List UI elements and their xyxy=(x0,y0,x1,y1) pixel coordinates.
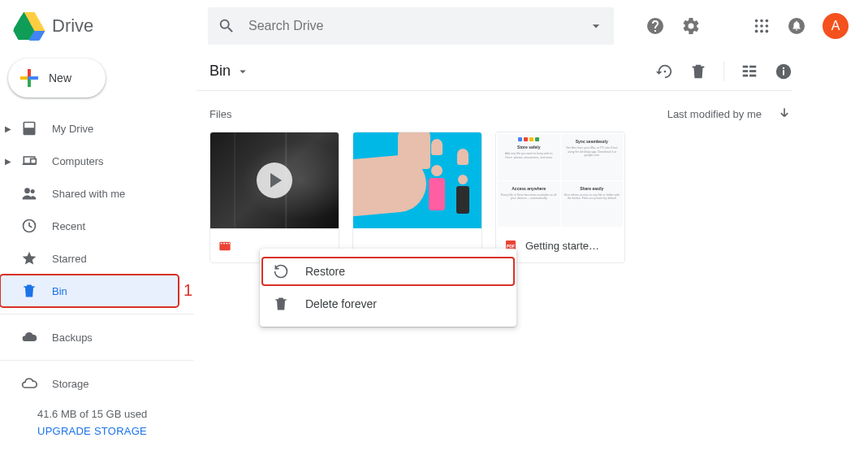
svg-rect-16 xyxy=(28,69,31,76)
file-thumbnail xyxy=(353,132,482,228)
svg-rect-39 xyxy=(223,243,225,244)
svg-marker-21 xyxy=(25,124,33,127)
sidebar-item-shared[interactable]: Shared with me xyxy=(0,177,193,210)
search-dropdown-icon[interactable] xyxy=(588,18,604,34)
sort-control[interactable]: Last modified by me xyxy=(667,106,792,122)
svg-rect-41 xyxy=(229,243,230,244)
svg-rect-28 xyxy=(743,65,748,67)
shared-icon xyxy=(21,185,37,202)
logo-area: Drive xyxy=(13,10,208,42)
file-card-image[interactable] xyxy=(352,132,482,263)
header-actions: A xyxy=(646,13,855,39)
file-thumbnail xyxy=(210,132,339,228)
gear-icon[interactable] xyxy=(681,16,701,36)
sidebar-item-storage[interactable]: Storage xyxy=(0,367,193,400)
sidebar-item-recent[interactable]: Recent xyxy=(0,210,193,242)
arrow-down-icon xyxy=(776,106,792,122)
svg-point-11 xyxy=(766,24,769,28)
computers-icon xyxy=(21,153,37,169)
sidebar-item-starred[interactable]: Starred xyxy=(0,242,193,275)
context-item-label: Delete forever xyxy=(305,297,377,310)
upgrade-storage-link[interactable]: UPGRADE STORAGE xyxy=(37,425,193,437)
context-item-restore[interactable]: Restore xyxy=(260,255,516,288)
restore-icon xyxy=(273,263,289,280)
notifications-icon[interactable] xyxy=(787,16,806,36)
file-card-video[interactable] xyxy=(209,132,339,263)
sidebar-item-computers[interactable]: ▶ Computers xyxy=(0,145,193,177)
sidebar: New ▶ My Drive ▶ Computers Shared with m… xyxy=(0,52,193,455)
svg-point-10 xyxy=(760,24,763,28)
expand-icon[interactable]: ▶ xyxy=(5,157,15,166)
svg-point-9 xyxy=(755,24,758,28)
product-name: Drive xyxy=(52,15,93,37)
drive-logo-icon xyxy=(13,10,45,42)
files-grid: Store safelyAdd any file you want to kee… xyxy=(196,132,792,263)
delete-forever-icon[interactable] xyxy=(689,63,707,80)
page-title-dropdown[interactable]: Bin xyxy=(209,63,250,80)
sidebar-item-label: Recent xyxy=(52,220,85,232)
video-file-icon xyxy=(218,240,231,253)
sidebar-item-label: Computers xyxy=(52,155,104,167)
svg-point-24 xyxy=(24,188,30,193)
info-icon[interactable] xyxy=(775,63,792,80)
storage-icon xyxy=(21,375,37,392)
svg-rect-30 xyxy=(743,74,748,76)
search-bar[interactable] xyxy=(208,7,614,45)
sidebar-item-label: Backups xyxy=(52,332,93,344)
star-icon xyxy=(21,250,37,266)
app-header: Drive A xyxy=(0,0,868,52)
svg-rect-29 xyxy=(743,70,748,72)
search-icon xyxy=(218,17,235,35)
svg-point-12 xyxy=(755,30,758,33)
backups-icon xyxy=(21,329,37,345)
svg-point-27 xyxy=(664,70,667,72)
sidebar-item-bin[interactable]: Bin xyxy=(0,275,179,307)
svg-rect-20 xyxy=(28,76,31,80)
trash-icon xyxy=(273,296,289,312)
new-button[interactable]: New xyxy=(8,58,106,98)
svg-text:PDF: PDF xyxy=(507,244,516,249)
files-section-label: Files xyxy=(209,108,231,120)
svg-rect-31 xyxy=(749,65,756,67)
svg-rect-23 xyxy=(31,159,37,164)
context-item-label: Restore xyxy=(305,265,345,278)
page-title-text: Bin xyxy=(209,63,231,80)
svg-rect-19 xyxy=(31,76,38,80)
svg-point-25 xyxy=(31,189,35,193)
file-card-pdf[interactable]: Store safelyAdd any file you want to kee… xyxy=(495,132,625,263)
svg-rect-32 xyxy=(749,70,756,72)
play-icon xyxy=(257,162,292,198)
svg-point-14 xyxy=(766,30,769,33)
svg-rect-33 xyxy=(749,74,756,76)
restore-icon[interactable] xyxy=(655,63,673,80)
new-button-label: New xyxy=(49,72,71,84)
page-actions xyxy=(655,62,792,81)
section-row: Files Last modified by me xyxy=(196,91,792,132)
svg-point-8 xyxy=(766,20,769,23)
context-item-delete-forever[interactable]: Delete forever xyxy=(260,288,516,320)
sidebar-item-label: Shared with me xyxy=(52,188,125,200)
page-title-row: Bin xyxy=(196,52,792,91)
svg-rect-38 xyxy=(221,243,222,244)
account-avatar[interactable]: A xyxy=(823,13,849,39)
svg-point-6 xyxy=(755,20,758,23)
svg-rect-40 xyxy=(226,243,227,244)
trash-icon xyxy=(21,283,37,299)
sidebar-item-my-drive[interactable]: ▶ My Drive xyxy=(0,112,193,145)
sidebar-item-backups[interactable]: Backups xyxy=(0,321,193,353)
apps-icon[interactable] xyxy=(753,17,771,35)
svg-point-36 xyxy=(783,67,784,68)
recent-icon xyxy=(21,218,37,234)
expand-icon[interactable]: ▶ xyxy=(5,124,15,133)
annotation-number-1: 1 xyxy=(184,281,192,300)
search-input[interactable] xyxy=(248,19,588,33)
storage-block: 41.6 MB of 15 GB used UPGRADE STORAGE xyxy=(16,408,193,437)
plus-icon xyxy=(15,63,44,93)
sidebar-item-label: Starred xyxy=(52,253,87,265)
sidebar-item-label: Storage xyxy=(52,378,89,390)
svg-rect-17 xyxy=(28,80,31,87)
context-menu: Restore Delete forever xyxy=(260,249,516,327)
help-icon[interactable] xyxy=(646,16,665,36)
list-view-icon[interactable] xyxy=(741,63,758,80)
drive-icon xyxy=(21,120,37,136)
